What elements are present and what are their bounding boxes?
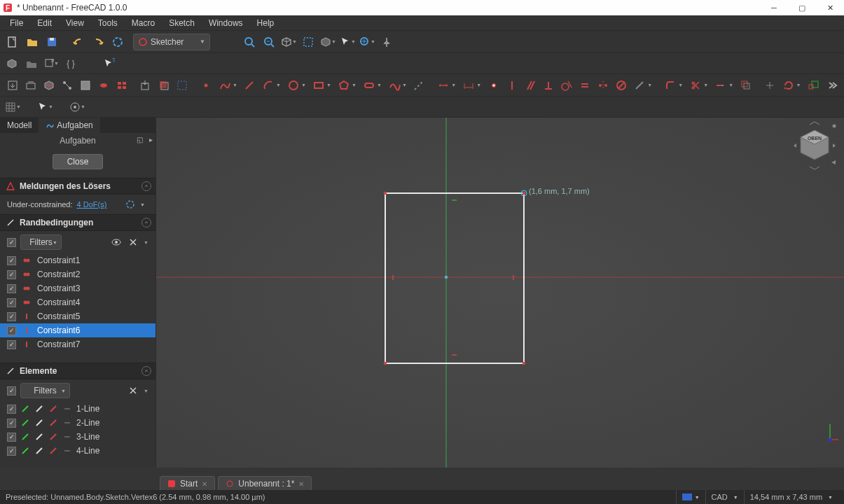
- draw-style-icon[interactable]: ▼: [319, 34, 336, 50]
- tasks-dock-icon[interactable]: ▸: [149, 136, 153, 144]
- filter-check[interactable]: ✓: [7, 386, 16, 396]
- visibility-icon[interactable]: [110, 236, 123, 248]
- group-icon[interactable]: [24, 56, 39, 71]
- hdist-icon[interactable]: ▼: [460, 77, 484, 94]
- zoom-fit-icon[interactable]: [241, 34, 258, 50]
- arc-icon[interactable]: ▼: [259, 77, 283, 94]
- checkbox[interactable]: ✓: [7, 419, 16, 428]
- constraint-item[interactable]: ✓Constraint4: [0, 295, 155, 309]
- constraint-item[interactable]: ✓Constraint3: [0, 281, 155, 295]
- pin-icon[interactable]: [378, 34, 395, 50]
- rectangle-icon[interactable]: ▼: [310, 77, 333, 94]
- checkbox[interactable]: ✓: [7, 298, 16, 307]
- block-icon[interactable]: [613, 77, 630, 94]
- bspline-icon[interactable]: ▼: [385, 77, 409, 94]
- settings-icon[interactable]: [127, 236, 139, 248]
- whats-this-icon[interactable]: ?: [101, 56, 116, 71]
- equal-icon[interactable]: [576, 77, 593, 94]
- constraint-item[interactable]: ✓Constraint6: [0, 323, 155, 337]
- checkbox[interactable]: ✓: [7, 433, 16, 442]
- redo-icon[interactable]: [90, 34, 106, 50]
- stop-icon[interactable]: [95, 77, 112, 94]
- menu-windows[interactable]: Windows: [202, 16, 250, 30]
- more-icon[interactable]: [823, 77, 840, 94]
- leave-sketch-icon[interactable]: [4, 77, 21, 94]
- settings-icon[interactable]: [127, 384, 139, 397]
- constraint-item[interactable]: ✓Constraint1: [0, 253, 155, 267]
- snap-icon[interactable]: [59, 77, 76, 94]
- checkbox[interactable]: ✓: [7, 256, 16, 265]
- perpendicular-icon[interactable]: [540, 77, 557, 94]
- dimensions-indicator[interactable]: 14,54 mm x 7,43 mm▼: [744, 490, 838, 504]
- menu-sketch[interactable]: Sketch: [162, 16, 202, 30]
- extend-icon[interactable]: ▼: [712, 77, 736, 94]
- menu-macro[interactable]: Macro: [125, 16, 162, 30]
- checkbox[interactable]: ✓: [7, 340, 16, 349]
- checkbox[interactable]: ✓: [7, 270, 16, 279]
- filter-check[interactable]: ✓: [7, 238, 16, 247]
- ref-toggle-icon[interactable]: ▼: [631, 77, 655, 94]
- rotate-icon[interactable]: ▼: [780, 77, 803, 94]
- scale-icon[interactable]: [805, 77, 822, 94]
- offset-icon[interactable]: [738, 77, 754, 94]
- close-tab-icon[interactable]: ✕: [202, 480, 207, 488]
- menu-tools[interactable]: Tools: [91, 16, 125, 30]
- zoom-window-icon[interactable]: [261, 34, 277, 50]
- coincident-icon[interactable]: [485, 77, 502, 94]
- workbench-selector[interactable]: Sketcher ▼: [133, 34, 210, 50]
- menu-edit[interactable]: Edit: [30, 16, 59, 30]
- constraint-item[interactable]: ✓Constraint7: [0, 337, 155, 351]
- menu-file[interactable]: File: [3, 16, 30, 30]
- tasks-expand-icon[interactable]: ◱: [137, 136, 143, 144]
- close-task-button[interactable]: Close: [53, 154, 103, 169]
- vertical-icon[interactable]: [504, 77, 520, 94]
- view-sketch-icon[interactable]: [22, 77, 39, 94]
- dof-link[interactable]: 4 DoF(s): [77, 200, 107, 209]
- slot-icon[interactable]: ▼: [360, 77, 384, 94]
- symmetric-icon[interactable]: [595, 77, 611, 94]
- checkbox[interactable]: ✓: [7, 312, 16, 321]
- selection-icon[interactable]: ▼: [339, 34, 356, 50]
- tab-modell[interactable]: Modell: [0, 118, 39, 133]
- checkbox[interactable]: ✓: [7, 284, 16, 293]
- carbon-copy-icon[interactable]: [155, 77, 172, 94]
- undo-icon[interactable]: [70, 34, 87, 50]
- collapse-icon[interactable]: ^: [141, 366, 151, 376]
- menu-view[interactable]: View: [59, 16, 91, 30]
- axis-icon[interactable]: [410, 77, 427, 94]
- minimize-button[interactable]: ─: [760, 0, 788, 15]
- measure-icon[interactable]: ▼: [359, 34, 375, 50]
- stop2-icon[interactable]: [113, 77, 130, 94]
- new-file-icon[interactable]: [4, 34, 21, 50]
- elements-section-header[interactable]: Elemente ^: [0, 363, 155, 379]
- element-item[interactable]: ✓ 1-Line: [0, 402, 155, 416]
- open-file-icon[interactable]: [24, 34, 41, 50]
- tab-aufgaben[interactable]: Aufgaben: [39, 118, 99, 133]
- constraint-item[interactable]: ✓Constraint5: [0, 309, 155, 323]
- polygon-icon[interactable]: ▼: [335, 77, 359, 94]
- part-icon[interactable]: [4, 56, 20, 71]
- collapse-icon[interactable]: ^: [141, 218, 151, 227]
- maximize-button[interactable]: ▢: [788, 0, 816, 15]
- view-iso-icon[interactable]: ▼: [280, 34, 297, 50]
- solve-refresh-icon[interactable]: [125, 199, 136, 210]
- varset-icon[interactable]: { }: [63, 56, 78, 71]
- select-mode-icon[interactable]: ▼: [36, 99, 53, 115]
- close-tab-icon[interactable]: ✕: [298, 480, 304, 488]
- point-icon[interactable]: [198, 77, 214, 94]
- close-window-button[interactable]: ✕: [816, 0, 844, 15]
- constraint-item[interactable]: ✓Constraint2: [0, 267, 155, 281]
- checkbox[interactable]: ✓: [7, 326, 16, 335]
- element-item[interactable]: ✓ 3-Line: [0, 430, 155, 444]
- tangent-icon[interactable]: [558, 77, 575, 94]
- solver-section-header[interactable]: Meldungen des Lösers ^: [0, 178, 155, 195]
- save-file-icon[interactable]: [43, 34, 60, 50]
- constraints-section-header[interactable]: Randbedingungen ^: [0, 214, 155, 231]
- element-filter-button[interactable]: Filters▼: [20, 383, 70, 398]
- link-icon[interactable]: ▼: [43, 56, 59, 71]
- doc-tab-start[interactable]: Start ✕: [160, 476, 215, 491]
- collapse-icon[interactable]: ^: [141, 181, 151, 191]
- line-icon[interactable]: [241, 77, 258, 94]
- circle-icon[interactable]: ▼: [284, 77, 308, 94]
- element-item[interactable]: ✓ 4-Line: [0, 444, 155, 458]
